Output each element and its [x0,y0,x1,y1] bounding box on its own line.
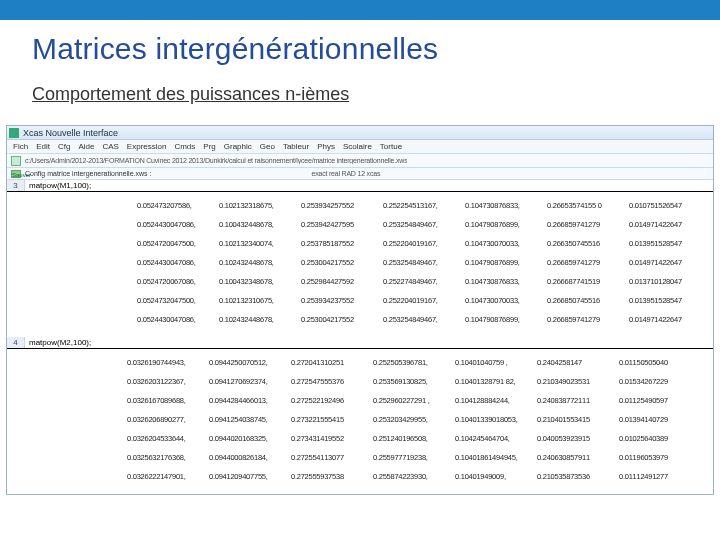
matrix-cell: 0.0524732047500, [137,296,209,305]
menu-geo[interactable]: Geo [260,142,275,151]
matrix-cell: 0.01150505040 [619,358,691,367]
matrix-cell: 0.0524430047086, [137,315,209,324]
app-icon [9,128,19,138]
matrix-cell: 0.252204019167, [383,239,455,248]
menu-cmds[interactable]: Cmds [174,142,195,151]
menubar[interactable]: Fich Edit Cfg Aide CAS Expression Cmds P… [7,140,713,154]
slide-content: Matrices intergénérationnelles Comportem… [0,20,720,125]
menu-edit[interactable]: Edit [36,142,50,151]
matrix-cell: 0.104730070033, [465,239,537,248]
slide-title: Matrices intergénérationnelles [32,32,688,66]
menu-expression[interactable]: Expression [127,142,167,151]
matrix-cell: 0.0325632176368, [127,453,199,462]
command-input[interactable]: matpow(M2,100); [25,337,713,348]
matrix-cell: 0.01534267229 [619,377,691,386]
matrix-cell: 0.0944020168325, [209,434,281,443]
matrix-cell: 0.255977719238, [373,453,445,462]
matrix-cell: 0.253203429955, [373,415,445,424]
matrix-cell: 0.0326190744943, [127,358,199,367]
matrix-cell: 0.014971422647 [629,258,701,267]
matrix-cell: 0.253934237552 [301,296,373,305]
matrix-cell: 0.10401328791 82, [455,377,527,386]
matrix-cell: 0.252204019167, [383,296,455,305]
matrix-cell: 0.253004217552 [301,315,373,324]
matrix-cell: 0.210535873536 [537,472,609,481]
matrix-cell: 0.252254513167, [383,201,455,210]
window-title: Xcas Nouvelle Interface [23,128,118,138]
menu-tortue[interactable]: Tortue [380,142,402,151]
matrix-cell: 0.104128884244, [455,396,527,405]
matrix-cell: 0.266687741519 [547,277,619,286]
matrix-cell: 0.255874223930, [373,472,445,481]
matrix-cell: 0.0326206890277, [127,415,199,424]
slide-subtitle: Comportement des puissances n-ièmes [32,84,688,105]
window-titlebar[interactable]: Xcas Nouvelle Interface [7,126,713,140]
matrix-cell: 0.010751526547 [629,201,701,210]
matrix-cell: 0.266350745516 [547,239,619,248]
matrix-cell: 0.253254849467, [383,220,455,229]
menu-scolaire[interactable]: Scolaire [343,142,372,151]
menu-tableur[interactable]: Tableur [283,142,309,151]
command-number[interactable]: 4 [7,337,25,348]
matrix-cell: 0.104730070033, [465,296,537,305]
matrix-cell: 0.272522192496 [291,396,363,405]
matrix-cell: 0.014971422647 [629,220,701,229]
matrix-row: 0.0524430047086,0.100432448678,0.2539424… [137,215,713,234]
menu-cas[interactable]: CAS [102,142,118,151]
matrix-cell: 0.040053923915 [537,434,609,443]
config-value: exact real RAD 12 xcas [311,170,380,177]
matrix-output-2: 0.0326190744943,0.0944250070512,0.272041… [7,349,713,494]
matrix-output-1: 0.052473207586,0.102132318675,0.25393425… [7,192,713,337]
matrix-row: 0.0326206890277,0.0941254038745,0.273221… [127,410,713,429]
menu-cfg[interactable]: Cfg [58,142,70,151]
matrix-cell: 0.0326204533644, [127,434,199,443]
matrix-cell: 0.104730876833, [465,277,537,286]
matrix-cell: 0.253004217552 [301,258,373,267]
matrix-row: 0.0524732047500,0.102132310675,0.2539342… [137,291,713,310]
matrix-cell: 0.2404258147 [537,358,609,367]
matrix-cell: 0.266859741279 [547,258,619,267]
matrix-row: 0.0524720047500,0.102132340074,0.2537851… [137,234,713,253]
matrix-cell: 0.0524720067086, [137,277,209,286]
file-status-icon[interactable] [11,156,21,166]
matrix-row: 0.052473207586,0.102132318675,0.25393425… [137,196,713,215]
matrix-cell: 0.26653574155 0 [547,201,619,210]
matrix-cell: 0.252274849467, [383,277,455,286]
command-input[interactable]: matpow(M1,100); [25,180,713,191]
save-button[interactable]: Sauver [11,170,21,178]
matrix-cell: 0.014971422647 [629,315,701,324]
matrix-cell: 0.01125490597 [619,396,691,405]
matrix-cell: 0.013951528547 [629,296,701,305]
matrix-cell: 0.0941270692374, [209,377,281,386]
menu-phys[interactable]: Phys [317,142,335,151]
matrix-cell: 0.052473207586, [137,201,209,210]
matrix-cell: 0.0941254038745, [209,415,281,424]
matrix-cell: 0.272555937538 [291,472,363,481]
matrix-cell: 0.266859741279 [547,220,619,229]
matrix-row: 0.0326190744943,0.0944250070512,0.272041… [127,353,713,372]
matrix-cell: 0.100432348678, [219,277,291,286]
menu-fich[interactable]: Fich [13,142,28,151]
matrix-row: 0.0325632176368,0.0944000826184,0.272554… [127,448,713,467]
matrix-cell: 0.272554113077 [291,453,363,462]
matrix-cell: 0.272041310251 [291,358,363,367]
menu-graphic[interactable]: Graphic [224,142,252,151]
menu-aide[interactable]: Aide [78,142,94,151]
matrix-cell: 0.10401949009, [455,472,527,481]
config-bar: Sauver Config matrice intergenerationnel… [7,168,713,180]
matrix-cell: 0.0524430047086, [137,258,209,267]
matrix-cell: 0.0944000826184, [209,453,281,462]
matrix-cell: 0.01196053979 [619,453,691,462]
matrix-cell: 0.0944250070512, [209,358,281,367]
matrix-cell: 0.102432448678, [219,258,291,267]
config-label: Config matrice intergenerationnelle.xws … [25,170,151,177]
matrix-row: 0.0326222147901,0.0941209407755,0.272555… [127,467,713,486]
menu-prg[interactable]: Prg [203,142,215,151]
matrix-cell: 0.0326167089688, [127,396,199,405]
matrix-cell: 0.252984427592 [301,277,373,286]
matrix-row: 0.0326204533644,0.0944020168325,0.273431… [127,429,713,448]
matrix-row: 0.0326167089688,0.0944284466013,0.272522… [127,391,713,410]
command-row-1: 3 matpow(M1,100); [7,180,713,192]
matrix-row: 0.0524430047086,0.102432448678,0.2530042… [137,253,713,272]
command-number[interactable]: 3 [7,180,25,191]
